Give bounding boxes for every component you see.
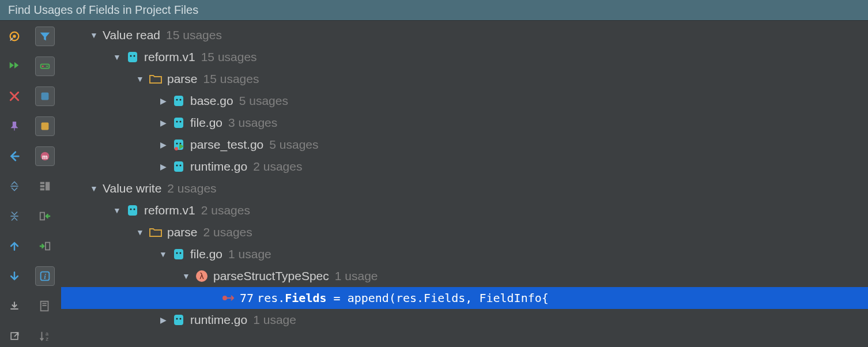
group-package-icon[interactable] [35,116,55,136]
open-in-find-icon[interactable] [35,296,55,316]
svg-point-30 [180,99,182,101]
node-label: base.go [190,94,233,108]
go-file-icon [172,247,186,261]
preview-icon[interactable] [35,176,55,196]
svg-rect-13 [40,185,44,187]
usages-tree[interactable]: ▼ Value read 15 usages ▼ reform.v1 15 us… [61,21,868,347]
svg-text:i: i [44,273,46,281]
export-icon[interactable] [5,296,24,316]
sort-alpha-icon[interactable]: az [35,326,55,346]
svg-rect-50 [174,315,183,325]
tree-node-value-read[interactable]: ▼ Value read 15 usages [61,24,868,46]
svg-point-37 [175,147,178,150]
chevron-down-icon[interactable]: ▼ [135,228,145,237]
chevron-right-icon[interactable]: ▶ [158,162,168,171]
usage-count: 1 usage [228,247,271,261]
tree-node-package[interactable]: ▼ reform.v1 2 usages [61,199,868,221]
svg-point-32 [176,121,178,123]
expand-all-icon[interactable] [5,176,24,196]
svg-rect-21 [42,303,46,304]
svg-rect-22 [42,305,46,306]
write-access-icon [221,291,235,305]
tree-node-file[interactable]: ▶ file.go 3 usages [61,112,868,134]
svg-point-35 [176,143,178,145]
toolbar-left [0,21,29,347]
info-icon[interactable]: i [35,266,55,286]
svg-point-7 [46,66,48,67]
chevron-down-icon[interactable]: ▼ [112,52,122,62]
go-file-icon [172,94,186,108]
svg-point-1 [13,35,16,38]
svg-rect-14 [40,188,44,191]
autoscroll-to-icon[interactable] [35,236,55,256]
svg-point-45 [176,252,178,254]
svg-rect-25 [128,52,137,62]
node-label: Value read [103,28,160,42]
svg-point-43 [134,209,135,210]
svg-rect-38 [174,161,183,172]
svg-rect-3 [10,216,18,217]
tree-node-file[interactable]: ▶ runtime.go 1 usage [61,309,868,331]
svg-point-40 [180,165,182,167]
tree-node-file[interactable]: ▶ parse_test.go 5 usages [61,134,868,156]
group-module-icon[interactable] [35,86,55,106]
tree-node-usage-selected[interactable]: 77res.Fields = append(res.Fields, FieldI… [61,287,868,309]
node-label: reform.v1 [144,203,195,217]
svg-point-39 [176,165,178,167]
title-text: Find Usages of Fields in Project Files [8,3,198,17]
lambda-icon: λ [195,269,209,283]
node-label: parse [167,72,198,86]
go-module-icon [126,203,139,217]
node-label: file.go [190,247,222,261]
open-new-tab-icon[interactable] [5,326,24,346]
tree-node-file[interactable]: ▶ base.go 5 usages [61,90,868,112]
tree-node-file[interactable]: ▼ file.go 1 usage [61,243,868,265]
chevron-down-icon[interactable]: ▼ [135,74,145,84]
svg-point-49 [222,296,227,300]
prev-occurrence-icon[interactable] [5,236,24,256]
svg-rect-12 [40,182,44,184]
svg-rect-16 [40,213,44,220]
chevron-right-icon[interactable]: ▶ [158,315,168,325]
chevron-down-icon[interactable]: ▼ [89,184,99,193]
usage-count: 2 usages [167,182,216,195]
close-icon[interactable] [5,86,24,106]
chevron-down-icon[interactable]: ▼ [89,31,99,40]
tree-node-function[interactable]: ▼ λ parseStructTypeSpec 1 usage [61,265,868,287]
go-file-icon [172,160,186,173]
node-label: runtime.go [190,160,247,173]
chevron-down-icon[interactable]: ▼ [112,206,122,215]
chevron-down-icon[interactable]: ▼ [181,271,191,281]
tree-node-folder[interactable]: ▼ parse 2 usages [61,221,868,243]
usage-count: 15 usages [203,72,259,86]
filter-icon[interactable] [35,27,55,46]
tree-node-file[interactable]: ▶ runtime.go 2 usages [61,156,868,178]
chevron-right-icon[interactable]: ▶ [158,140,168,149]
line-number: 77 [240,291,254,305]
svg-rect-44 [174,249,183,259]
settings-icon[interactable] [5,27,24,46]
back-icon[interactable] [5,146,24,166]
svg-point-33 [180,121,182,123]
next-occurrence-icon[interactable] [5,266,24,286]
folder-icon [149,225,163,239]
usage-count: 5 usages [269,138,318,152]
group-method-icon[interactable]: m [35,146,55,166]
chevron-right-icon[interactable]: ▶ [158,118,168,127]
chevron-down-icon[interactable]: ▼ [158,250,168,259]
go-module-icon [126,50,139,64]
usage-count: 3 usages [228,116,277,130]
node-label: parseStructTypeSpec [213,269,329,283]
rerun-icon[interactable] [5,56,24,76]
autoscroll-from-icon[interactable] [35,206,55,226]
window-title: Find Usages of Fields in Project Files [0,0,868,21]
tree-node-package[interactable]: ▼ reform.v1 15 usages [61,46,868,68]
pin-icon[interactable] [5,116,24,136]
svg-rect-15 [46,182,50,191]
tree-node-value-write[interactable]: ▼ Value write 2 usages [61,178,868,199]
usage-count: 1 usage [253,313,296,327]
collapse-all-icon[interactable] [5,206,24,226]
tree-node-folder[interactable]: ▼ parse 15 usages [61,68,868,90]
group-usage-type-icon[interactable] [35,56,55,76]
chevron-right-icon[interactable]: ▶ [158,96,168,105]
